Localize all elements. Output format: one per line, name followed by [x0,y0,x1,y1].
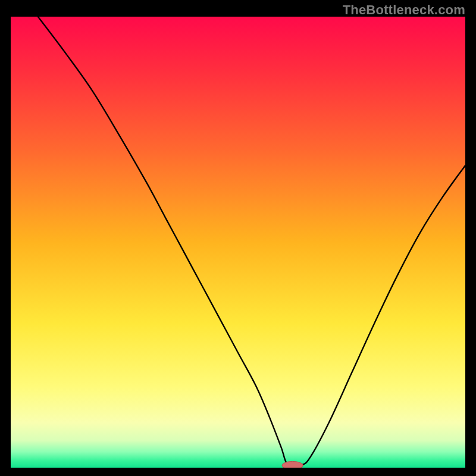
chart-svg [11,17,465,468]
gradient-background [11,17,465,468]
plot-area [11,17,465,468]
optimal-marker [282,461,303,468]
watermark-text: TheBottleneck.com [343,2,465,18]
chart-frame: TheBottleneck.com [0,0,476,476]
